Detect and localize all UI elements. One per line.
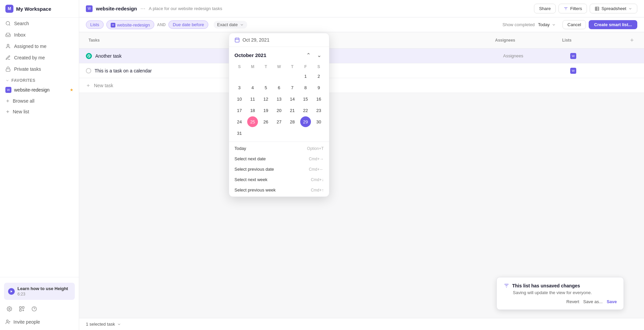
invite-label: Invite people [13,319,40,325]
create-smart-list-button[interactable]: Create smart list... [589,20,637,29]
task-assignees: Assignees [503,53,570,58]
cal-day-21[interactable]: 21 [287,105,298,116]
filter-due-date-pill[interactable]: Due date before [168,20,208,29]
website-redesign-icon: W [5,87,11,93]
add-column-button[interactable]: + [627,35,637,46]
sidebar-item-inbox[interactable]: Inbox [0,29,79,41]
cancel-button[interactable]: Cancel [562,20,586,29]
filters-icon [564,6,568,11]
share-button[interactable]: Share [534,4,556,13]
more-options-button[interactable]: ··· [141,5,146,12]
svg-point-16 [6,320,8,322]
cal-day-6[interactable]: 6 [274,82,284,93]
sidebar-item-new-list[interactable]: New list [0,106,79,117]
video-time: 6:23 [17,292,68,296]
cal-day-16[interactable]: 16 [313,94,324,104]
save-as-button[interactable]: Save as... [583,299,603,304]
sidebar: M My Workspace Search Inbox Assigned to … [0,0,79,330]
shortcut-next-date-key: Cmd+→ [309,157,324,161]
cal-day-1[interactable]: 1 [300,71,311,81]
user-plus-icon [5,319,11,325]
favorites-label: Favorites [11,78,36,83]
add-workspace-button[interactable] [16,304,28,315]
cal-day-5[interactable]: 5 [261,82,271,93]
calendar-prev-button[interactable]: ⌃ [304,50,313,60]
cal-day-7[interactable]: 7 [287,82,298,93]
sidebar-item-search[interactable]: Search [0,18,79,29]
filters-button[interactable]: Filters [558,4,587,13]
shortcut-next-date-label: Select next date [234,156,266,161]
inbox-icon [5,32,11,38]
cal-day-26[interactable]: 26 [261,116,271,127]
play-button[interactable] [8,288,15,295]
today-filter[interactable]: Today [538,22,556,27]
sidebar-item-browse[interactable]: Browse all [0,96,79,106]
cal-day-31[interactable]: 31 [234,128,245,139]
cal-day-3[interactable]: 3 [234,82,245,93]
shortcut-prev-week[interactable]: Select previous week Cmd+↑ [229,185,329,195]
svg-rect-9 [19,307,21,308]
cal-day-27[interactable]: 27 [274,116,284,127]
sidebar-item-created[interactable]: Created by me [0,52,79,63]
new-task-row[interactable]: New task [79,78,644,93]
filter-lists-pill[interactable]: Lists [86,20,104,29]
task-checkbox[interactable] [86,68,91,73]
svg-rect-29 [235,38,239,42]
cal-day-13[interactable]: 13 [274,94,284,104]
cal-day-15[interactable]: 15 [300,94,311,104]
sidebar-video[interactable]: Learn how to use Height 6:23 [4,283,75,300]
chevron-down-today-icon [552,23,556,27]
sidebar-item-assigned[interactable]: Assigned to me [0,41,79,52]
shortcut-next-date[interactable]: Select next date Cmd+→ [229,154,329,164]
sidebar-item-website-redesign[interactable]: W website-redesign ★ [0,84,79,96]
calendar-next-button[interactable]: ⌄ [314,50,324,60]
project-icon: W [86,5,93,12]
cal-day-22[interactable]: 22 [300,105,311,116]
exact-date-button[interactable]: Exact date [214,21,247,29]
revert-button[interactable]: Revert [567,299,579,304]
cal-day-4[interactable]: 4 [247,82,258,93]
cal-day-2[interactable]: 2 [313,71,324,81]
svg-point-0 [6,21,10,25]
cal-day-17[interactable]: 17 [234,105,245,116]
invite-people-button[interactable]: Invite people [0,317,79,327]
cal-day-19[interactable]: 19 [261,105,271,116]
cal-day-23[interactable]: 23 [313,105,324,116]
chevron-down-icon[interactable] [5,78,9,82]
cal-day-24[interactable]: 24 [234,116,245,127]
spreadsheet-icon [595,6,599,11]
chevron-down-spreadsheet-icon [628,7,632,11]
selected-task-indicator[interactable]: 1 selected task [86,322,121,327]
cal-day-25-today[interactable]: 25 [247,116,258,127]
cal-day-8[interactable]: 8 [300,82,311,93]
task-lists: W [570,53,637,59]
shortcut-today[interactable]: Today Option+T [229,143,329,154]
cal-day-20[interactable]: 20 [274,105,284,116]
cal-day-14[interactable]: 14 [287,94,298,104]
filter-website-redesign-pill[interactable]: W website-redesign [106,20,154,29]
unsaved-title: This list has unsaved changes [512,283,580,288]
save-button[interactable]: Save [607,299,617,304]
list-badge: W [570,68,576,74]
svg-point-8 [9,308,10,310]
cal-day-28[interactable]: 28 [287,116,298,127]
help-button[interactable] [29,304,40,315]
settings-button[interactable] [4,304,15,315]
cal-day-10[interactable]: 10 [234,94,245,104]
workspace-header[interactable]: M My Workspace [0,0,79,18]
cal-day-30[interactable]: 30 [313,116,324,127]
cal-day-9[interactable]: 9 [313,82,324,93]
star-icon: ★ [70,88,73,92]
cal-day-18[interactable]: 18 [247,105,258,116]
cal-day-empty [261,71,271,81]
sidebar-item-private[interactable]: Private tasks [0,63,79,75]
spreadsheet-button[interactable]: Spreadsheet [590,4,637,13]
cal-day-29-selected[interactable]: 29 [300,116,311,127]
shortcut-prev-date[interactable]: Select previous date Cmd+← [229,164,329,174]
table-row[interactable]: Another task Assignees W [79,49,644,63]
cal-day-12[interactable]: 12 [261,94,271,104]
sidebar-actions [0,302,79,317]
shortcut-next-week[interactable]: Select next week Cmd+↓ [229,174,329,185]
table-row[interactable]: This is a task on a calendar W [79,63,644,78]
cal-day-11[interactable]: 11 [247,94,258,104]
